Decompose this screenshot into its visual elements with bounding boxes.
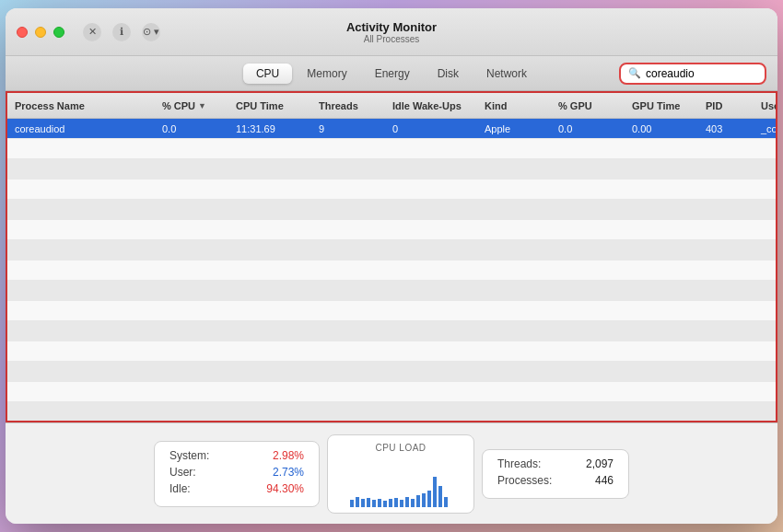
- col-idle-wakeups[interactable]: Idle Wake-Ups: [385, 100, 477, 111]
- col-cpu[interactable]: % CPU ▼: [155, 100, 228, 111]
- table-row-empty: [7, 260, 776, 281]
- processes-row: Processes: 446: [497, 474, 614, 487]
- titlebar-title: Activity Monitor All Processes: [346, 20, 437, 44]
- maximize-button[interactable]: [53, 27, 64, 38]
- col-kind[interactable]: Kind: [477, 100, 551, 111]
- app-name: Activity Monitor: [346, 20, 437, 34]
- col-user[interactable]: User: [754, 100, 777, 111]
- titlebar: ✕ ℹ ⊙ ▾ Activity Monitor All Processes: [6, 8, 777, 56]
- search-input[interactable]: [646, 67, 777, 80]
- svg-rect-17: [444, 497, 448, 507]
- table-header: Process Name % CPU ▼ CPU Time Threads Id…: [7, 93, 776, 119]
- cell-gpu-time: 0.00: [625, 123, 698, 134]
- titlebar-actions: ✕ ℹ ⊙ ▾: [83, 23, 160, 41]
- main-window: ✕ ℹ ⊙ ▾ Activity Monitor All Processes C…: [6, 8, 777, 524]
- more-options-button[interactable]: ⊙ ▾: [142, 23, 160, 41]
- svg-rect-8: [394, 498, 398, 507]
- stats-row-system: System: 2.98%: [169, 449, 304, 462]
- svg-rect-9: [400, 500, 403, 507]
- svg-rect-1: [356, 497, 359, 507]
- cell-gpu: 0.0: [551, 123, 625, 134]
- svg-rect-10: [405, 497, 409, 507]
- process-table: Process Name % CPU ▼ CPU Time Threads Id…: [6, 91, 777, 422]
- cell-idle-wakeups: 0: [385, 123, 477, 134]
- table-row-empty: [7, 281, 776, 301]
- idle-label: Idle:: [169, 482, 191, 495]
- idle-value: 94.30%: [266, 482, 304, 495]
- col-cpu-time[interactable]: CPU Time: [228, 100, 311, 111]
- tab-memory[interactable]: Memory: [294, 64, 359, 84]
- svg-rect-0: [350, 500, 354, 507]
- tab-network[interactable]: Network: [473, 64, 540, 84]
- table-row-empty: [7, 382, 776, 402]
- stats-row-user: User: 2.73%: [169, 466, 304, 479]
- col-threads[interactable]: Threads: [311, 100, 385, 111]
- empty-rows: [7, 139, 776, 421]
- tab-energy[interactable]: Energy: [362, 64, 423, 84]
- col-pid[interactable]: PID: [698, 100, 754, 111]
- user-label: User:: [169, 466, 196, 479]
- table-row-empty: [7, 240, 776, 260]
- bottom-bar: System: 2.98% User: 2.73% Idle: 94.30% C…: [6, 422, 777, 524]
- svg-rect-11: [411, 499, 415, 507]
- cpu-load-title: CPU LOAD: [375, 443, 426, 453]
- svg-rect-6: [383, 501, 387, 507]
- toolbar: CPU Memory Energy Disk Network 🔍 ✕: [6, 56, 777, 91]
- threads-row: Threads: 2,097: [497, 457, 614, 470]
- tab-disk[interactable]: Disk: [425, 64, 472, 84]
- table-row-empty: [7, 139, 776, 159]
- cell-user: _coreaudiod: [754, 123, 776, 134]
- app-subtitle: All Processes: [346, 34, 437, 44]
- tab-cpu[interactable]: CPU: [243, 64, 292, 84]
- table-row-empty: [7, 159, 776, 179]
- system-label: System:: [169, 449, 209, 462]
- table-row[interactable]: coreaudiod 0.0 11:31.69 9 0 Apple 0.0 0.…: [7, 119, 776, 139]
- cell-cpu: 0.0: [155, 123, 228, 134]
- svg-rect-2: [361, 499, 365, 507]
- cpu-chart: [343, 458, 459, 509]
- threads-label: Threads:: [497, 457, 541, 470]
- col-process-name[interactable]: Process Name: [7, 100, 155, 111]
- table-row-empty: [7, 200, 776, 220]
- threads-value: 2,097: [586, 457, 614, 470]
- table-row-empty: [7, 179, 776, 200]
- svg-rect-14: [427, 491, 431, 507]
- table-row-empty: [7, 362, 776, 382]
- col-gpu[interactable]: % GPU: [551, 100, 625, 111]
- table-body: coreaudiod 0.0 11:31.69 9 0 Apple 0.0 0.…: [7, 119, 776, 421]
- user-value: 2.73%: [273, 466, 304, 479]
- svg-rect-7: [389, 499, 392, 507]
- system-value: 2.98%: [273, 449, 304, 462]
- cell-threads: 9: [311, 123, 385, 134]
- svg-rect-5: [378, 499, 381, 507]
- minimize-button[interactable]: [35, 27, 46, 38]
- threads-panel: Threads: 2,097 Processes: 446: [482, 449, 629, 499]
- table-row-empty: [7, 321, 776, 341]
- search-box: 🔍 ✕: [619, 63, 766, 85]
- processes-label: Processes:: [497, 474, 552, 487]
- sort-arrow-icon: ▼: [198, 101, 206, 110]
- traffic-lights: [17, 27, 64, 38]
- cell-kind: Apple: [477, 123, 551, 134]
- svg-rect-16: [438, 486, 442, 507]
- cell-cpu-time: 11:31.69: [228, 123, 311, 134]
- processes-value: 446: [595, 474, 614, 487]
- cell-process-name: coreaudiod: [7, 123, 155, 134]
- stats-panel-cpu: System: 2.98% User: 2.73% Idle: 94.30%: [154, 441, 320, 507]
- table-row-empty: [7, 301, 776, 321]
- search-icon: 🔍: [628, 67, 641, 79]
- cpu-load-panel: CPU LOAD: [327, 434, 474, 514]
- svg-rect-15: [433, 477, 437, 507]
- table-row-empty: [7, 341, 776, 362]
- table-row-empty: [7, 220, 776, 240]
- svg-rect-13: [422, 493, 426, 507]
- info-button[interactable]: ℹ: [112, 23, 131, 41]
- table-row-empty: [7, 402, 776, 421]
- svg-rect-3: [367, 498, 370, 507]
- stats-row-idle: Idle: 94.30%: [169, 482, 304, 495]
- svg-rect-12: [416, 495, 420, 507]
- col-gpu-time[interactable]: GPU Time: [625, 100, 698, 111]
- cell-pid: 403: [698, 123, 754, 134]
- close-button[interactable]: [17, 27, 28, 38]
- close-process-button[interactable]: ✕: [83, 23, 101, 41]
